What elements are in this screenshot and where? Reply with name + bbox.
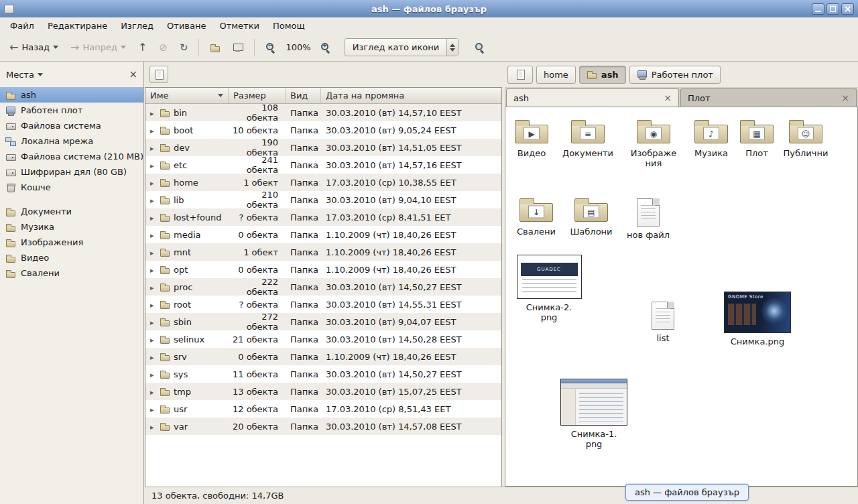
expander-icon[interactable] (150, 143, 156, 153)
icon-item-images[interactable]: Изображения (623, 118, 684, 169)
expander-icon[interactable] (150, 230, 156, 240)
stop-button[interactable] (154, 38, 173, 57)
places-item[interactable]: Кошче (0, 180, 143, 195)
column-header-type[interactable]: Вид (286, 88, 321, 103)
up-button[interactable] (133, 38, 152, 57)
expander-icon[interactable] (150, 422, 156, 432)
places-item[interactable]: Документи (0, 204, 143, 219)
menu-item[interactable]: Файл (3, 19, 41, 32)
search-button[interactable] (469, 38, 491, 58)
tree-row[interactable]: selinux 21 обекта Папка 30.03.2010 (вт) … (145, 330, 501, 348)
icon-item-snimka-1[interactable]: Снимка-1.png (564, 379, 624, 450)
tree-row[interactable]: sys 11 обекта Папка 30.03.2010 (вт) 14,5… (145, 365, 501, 383)
expander-icon[interactable] (150, 178, 156, 188)
menu-item[interactable]: Отиване (160, 19, 212, 32)
expander-icon[interactable] (150, 282, 156, 292)
places-item[interactable]: Шифриран дял (80 GB) (0, 164, 143, 180)
tab-close-icon[interactable] (664, 92, 672, 103)
places-item[interactable]: Свалени (0, 265, 143, 281)
menu-item[interactable]: Помощ (266, 19, 312, 32)
menu-item[interactable]: Отметки (212, 19, 265, 32)
tab-plot[interactable]: Плот (680, 88, 857, 107)
tree-row[interactable]: lib 210 обекта Папка 30.03.2010 (вт) 9,0… (145, 191, 501, 208)
places-close-icon[interactable] (129, 68, 137, 80)
icon-item-snimka[interactable]: GNOME Store Снимка.png (727, 292, 788, 347)
tree-row[interactable]: lost+found ? обекта Папка 17.03.2010 (ср… (145, 208, 501, 226)
tree-row[interactable]: var 20 обекта Папка 30.03.2010 (вт) 14,5… (145, 418, 501, 435)
expander-icon[interactable] (150, 247, 156, 257)
zoom-out-button[interactable]: − (260, 38, 282, 58)
expander-icon[interactable] (150, 334, 156, 344)
icon-item-documents[interactable]: Документи (558, 118, 618, 159)
places-title[interactable]: Места (6, 70, 34, 80)
places-item[interactable]: ash (0, 87, 143, 103)
places-item[interactable]: Файлова система (0, 118, 143, 133)
reload-button[interactable] (174, 38, 194, 57)
tree-row[interactable]: tmp 13 обекта Папка 30.03.2010 (вт) 15,0… (145, 383, 501, 400)
icon-item-new-file[interactable]: нов файл (618, 198, 678, 241)
taskbar-window-button[interactable]: ash — файлов браузър (625, 484, 749, 501)
path-button-ash[interactable]: ash (579, 66, 626, 84)
places-item[interactable]: Локална мрежа (0, 133, 143, 149)
places-item[interactable]: Работен плот (0, 103, 143, 118)
places-item[interactable]: Музика (0, 219, 143, 235)
view-mode-select[interactable]: Изглед като икони (345, 38, 459, 56)
tree-row[interactable]: usr 12 обекта Папка 17.03.2010 (ср) 8,51… (145, 400, 501, 418)
tree-row[interactable]: sbin 272 обекта Папка 30.03.2010 (вт) 9,… (145, 313, 501, 330)
computer-button[interactable] (227, 38, 249, 58)
places-item[interactable]: Файлова система (210 MB) (0, 149, 143, 164)
path-button-desktop[interactable]: Работен плот (629, 66, 721, 84)
icon-item-list[interactable]: list (633, 302, 693, 344)
tree-row[interactable]: bin 108 обекта Папка 30.03.2010 (вт) 14,… (145, 104, 501, 121)
places-caret-icon[interactable] (38, 73, 43, 76)
column-header-size[interactable]: Размер (229, 88, 286, 103)
tree-row[interactable]: mnt 1 обект Папка 1.10.2009 (чт) 18,40,2… (145, 243, 501, 261)
expander-icon[interactable] (150, 108, 156, 118)
titlebar[interactable]: ash — файлов браузър (0, 0, 858, 17)
expander-icon[interactable] (150, 160, 156, 170)
maximize-button[interactable] (826, 3, 839, 15)
expander-icon[interactable] (150, 369, 156, 379)
icon-item-templates[interactable]: Шаблони (561, 196, 621, 237)
icon-item-snimka-2[interactable]: GUADEC Снимка-2.png (519, 255, 579, 323)
column-header-date[interactable]: Дата на промяна (321, 88, 501, 103)
tree-row[interactable]: srv 0 обекта Папка 1.10.2009 (чт) 18,40,… (145, 348, 501, 365)
expander-icon[interactable] (150, 195, 156, 205)
expander-icon[interactable] (150, 300, 156, 310)
tree-row[interactable]: opt 0 обекта Папка 1.10.2009 (чт) 18,40,… (145, 261, 501, 278)
icon-item-public[interactable]: Публични (776, 118, 836, 159)
tree-row[interactable]: proc 222 обекта Папка 30.03.2010 (вт) 14… (145, 278, 501, 296)
path-button-home[interactable]: home (536, 66, 576, 84)
tree-row[interactable]: home 1 обект Папка 17.03.2010 (ср) 10,38… (145, 174, 501, 191)
pane-location-button[interactable] (149, 66, 168, 83)
menu-item[interactable]: Изглед (114, 19, 160, 32)
tree-row[interactable]: media 0 обекта Папка 1.10.2009 (чт) 18,4… (145, 226, 501, 243)
expander-icon[interactable] (150, 387, 156, 397)
icon-view[interactable]: Видео Документи Изображения Музика Плот … (505, 107, 858, 487)
tree-row[interactable]: boot 10 обекта Папка 30.03.2010 (вт) 9,0… (145, 121, 501, 139)
expander-icon[interactable] (150, 404, 156, 414)
zoom-in-button[interactable]: + (315, 38, 336, 58)
tab-ash[interactable]: ash (506, 88, 679, 107)
pathbar-toggle-button[interactable] (507, 66, 533, 84)
tree-row[interactable]: root ? обекта Папка 30.03.2010 (вт) 14,5… (145, 296, 501, 313)
expander-icon[interactable] (150, 317, 156, 327)
home-button[interactable] (204, 38, 226, 58)
places-item[interactable]: Изображения (0, 235, 143, 250)
icon-item-downloads[interactable]: Свалени (506, 196, 566, 237)
forward-button[interactable]: Напред (65, 38, 131, 57)
icon-item-video[interactable]: Видео (505, 118, 562, 159)
expander-icon[interactable] (150, 212, 156, 223)
tree-row[interactable]: etc 241 обекта Папка 30.03.2010 (вт) 14,… (145, 156, 501, 174)
expander-icon[interactable] (150, 352, 156, 362)
back-history-caret-icon[interactable] (53, 46, 58, 49)
minimize-button[interactable] (812, 3, 824, 15)
tree-row[interactable]: dev 190 обекта Папка 30.03.2010 (вт) 14,… (145, 139, 501, 156)
expander-icon[interactable] (150, 265, 156, 275)
close-button[interactable] (841, 3, 854, 15)
tab-close-icon[interactable] (841, 92, 849, 103)
column-header-name[interactable]: Име (145, 88, 229, 103)
view-mode-stepper[interactable] (446, 39, 458, 56)
expander-icon[interactable] (150, 125, 156, 135)
menu-item[interactable]: Редактиране (41, 19, 114, 32)
